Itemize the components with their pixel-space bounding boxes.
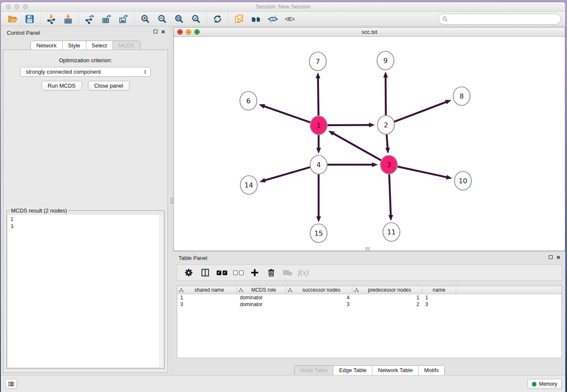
apply-layout-button[interactable] [211,13,224,25]
tab-node-table[interactable]: Node Table [295,366,333,375]
right-area: × − + scc.txt 7968124314101511 Table Pan… [173,26,565,375]
zoom-out-button[interactable] [156,13,168,25]
export-image-button[interactable] [117,13,130,25]
graph-edge-3-11[interactable] [389,173,391,216]
panel-splitter-vertical[interactable] [170,26,173,375]
desktop-background: Session: New Session [0,0,567,392]
column-header-shared-name[interactable]: shared name [177,286,237,294]
network-window-titlebar: × − + scc.txt [174,28,565,37]
plus-icon [250,268,259,277]
function-builder-button[interactable]: f(x) [298,268,308,277]
graph-edge-3-10[interactable] [397,166,448,177]
mcds-result-text[interactable]: 13 [8,215,163,367]
graph-node-label: 8 [460,92,464,100]
tab-edge-table[interactable]: Edge Table [333,366,372,375]
main-toolbar [1,12,565,26]
save-session-button[interactable] [23,13,36,25]
table-row[interactable]: 1dominator411 [177,294,561,301]
graph-edge-2-8[interactable] [394,102,447,122]
table-panel: Table Panel × [173,251,565,375]
table-cell[interactable]: 1 [422,295,456,301]
column-header-MCDS-role[interactable]: MCDS role [237,286,286,294]
select-all-rows-button[interactable]: ✓✓ [215,266,228,279]
table-cell[interactable]: 2 [352,301,422,307]
zoom-in-button[interactable] [139,13,151,25]
tab-mcds[interactable]: MCDS [113,41,140,50]
column-header-name[interactable]: name [422,286,456,294]
table-body: 1dominator4113dominator323 [177,294,561,308]
table-cell[interactable]: dominator [237,295,286,301]
hide-selected-button[interactable] [267,13,279,25]
export-table-button[interactable] [100,13,113,25]
table-cell[interactable]: 3 [286,301,352,307]
graph-node-label: 2 [384,121,388,129]
graph-edge-4-14[interactable] [264,167,311,181]
graph-edge-1-6[interactable] [263,106,311,122]
graph-edge-2-9[interactable] [385,76,386,116]
float-table-panel-icon[interactable] [549,255,553,259]
close-panel-icon[interactable]: × [161,29,165,34]
graph-edge-3-1[interactable] [332,133,381,160]
new-network-from-selection-button[interactable] [233,13,245,25]
table-row[interactable]: 3dominator323 [177,301,561,308]
search-input[interactable] [438,14,561,25]
zoom-fit-button[interactable] [173,13,185,25]
tab-select[interactable]: Select [86,41,113,50]
splitter-grip[interactable] [171,198,173,204]
table-tabbar: Node Table Edge Table Network Table Moti… [294,365,445,375]
network-canvas[interactable]: 7968124314101511 [174,37,565,251]
app-titlebar: Session: New Session [1,2,565,12]
open-session-button[interactable] [6,13,19,25]
memory-status-icon [532,382,537,386]
show-column-panel-button[interactable] [199,266,212,279]
graph-edge-arrowhead [446,175,452,179]
table-cell[interactable]: 3 [422,301,456,307]
tab-style[interactable]: Style [62,41,86,50]
import-network-from-file-button[interactable] [45,13,58,25]
delete-column-button[interactable] [265,266,278,279]
delete-table-button[interactable] [281,266,294,279]
node-table[interactable]: shared nameMCDS rolesuccessor nodesprede… [177,286,562,358]
table-cell[interactable]: 3 [177,301,237,307]
save-floppy-icon [25,14,35,24]
graph-edge-arrowhead [259,178,266,183]
criterion-select[interactable]: strongly connected component ▲▼ [20,67,151,77]
deselect-all-rows-button[interactable] [232,266,245,279]
graph-node-label: 11 [387,228,396,236]
table-cell[interactable]: 1 [177,295,237,301]
table-cell[interactable]: 1 [352,295,422,301]
graph-edge-1-2[interactable] [327,125,370,125]
export-network-icon [85,14,95,24]
float-panel-icon[interactable] [154,30,157,33]
result-scrollbar[interactable] [159,215,163,367]
network-window-title: scc.txt [174,29,565,35]
graph-edge-2-3[interactable] [386,133,388,149]
zoom-selected-button[interactable] [190,13,202,25]
table-cell[interactable]: 4 [286,295,352,301]
tab-motifs[interactable]: Motifs [418,366,444,375]
graph-node-label: 9 [383,57,388,65]
task-history-button[interactable] [5,379,17,389]
first-neighbors-button[interactable] [250,13,262,25]
network-graph-svg[interactable]: 7968124314101511 [174,37,565,251]
tab-network-table[interactable]: Network Table [372,366,418,375]
graph-node-label: 3 [387,161,391,169]
tab-network[interactable]: Network [31,41,62,50]
graph-edge-1-7[interactable] [318,77,318,117]
unchecked-boxes-icon [233,271,244,275]
export-network-button[interactable] [83,13,96,25]
add-column-button[interactable] [248,266,261,279]
refresh-icon [212,14,223,24]
close-panel-button[interactable]: Close panel [88,81,130,91]
column-header-successor-nodes[interactable]: successor nodes [286,286,352,294]
column-header-predecessor-nodes[interactable]: predecessor nodes [352,286,422,294]
memory-button[interactable]: Memory [527,379,562,389]
mcds-result-box: MCDS result (2 nodes) 13 [6,207,165,369]
close-table-panel-icon[interactable]: × [556,255,560,259]
show-all-button[interactable] [284,13,296,25]
run-mcds-button[interactable]: Run MCDS [41,81,82,91]
table-settings-button[interactable] [182,266,195,279]
table-cell[interactable]: dominator [237,301,286,307]
canvas-splitter-grip[interactable] [365,247,370,250]
import-table-from-file-button[interactable] [62,13,74,25]
